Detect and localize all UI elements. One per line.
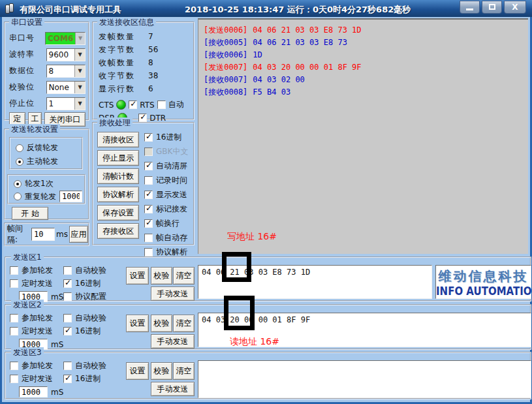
group-title: 串口设置 bbox=[9, 17, 44, 28]
protocol-parse-checkbox[interactable] bbox=[144, 248, 153, 256]
send-interval-input[interactable] bbox=[19, 386, 48, 397]
record-time-checkbox[interactable] bbox=[144, 176, 153, 185]
manual-send-button[interactable]: 手动发送 bbox=[151, 287, 195, 301]
chevron-down-icon[interactable]: ▼ bbox=[74, 98, 85, 110]
cb-label: GBK中文 bbox=[156, 146, 188, 157]
chevron-down-icon[interactable]: ▼ bbox=[75, 33, 85, 44]
chevron-down-icon[interactable]: ▼ bbox=[74, 82, 85, 93]
group-title: 发送区3 bbox=[11, 347, 44, 358]
feedback-poll-radio[interactable] bbox=[16, 144, 23, 152]
protocol-config-checkbox[interactable] bbox=[63, 292, 72, 301]
app-icon bbox=[5, 3, 15, 14]
hex-checkbox[interactable] bbox=[63, 279, 72, 288]
send-content-3[interactable] bbox=[198, 360, 531, 398]
clear-receive-button[interactable]: 清接收区 bbox=[97, 132, 139, 148]
maximize-button[interactable] bbox=[482, 1, 502, 14]
parity-row: 校验位 None ▼ bbox=[5, 79, 88, 95]
check-button[interactable]: 校验 bbox=[151, 315, 172, 332]
timed-send-checkbox[interactable] bbox=[10, 279, 18, 288]
group-title: 接收处理 bbox=[97, 117, 133, 129]
poll-repeat-label: 重复轮发 bbox=[25, 191, 56, 202]
timed-send-checkbox[interactable] bbox=[10, 327, 18, 335]
set-button[interactable]: 设置 bbox=[126, 315, 149, 332]
cb-label: 帧换行 bbox=[156, 218, 180, 229]
set-button[interactable]: 设置 bbox=[126, 267, 149, 285]
stop-display-button[interactable]: 停止显示 bbox=[97, 150, 139, 166]
manual-send-button[interactable]: 手动发送 bbox=[151, 382, 195, 396]
auto-label: 自动 bbox=[168, 99, 184, 110]
clear-frame-count-button[interactable]: 清帧计数 bbox=[97, 168, 139, 184]
rts-checkbox[interactable] bbox=[129, 101, 137, 109]
start-button[interactable]: 开 始 bbox=[12, 207, 48, 220]
auto-check-checkbox[interactable] bbox=[63, 362, 72, 370]
hex-checkbox[interactable] bbox=[63, 327, 72, 335]
show-send-checkbox[interactable] bbox=[144, 191, 153, 199]
minimize-icon bbox=[466, 8, 473, 10]
baud-row: 波特率 9600 ▼ bbox=[5, 46, 88, 63]
stat-row: 收字节数 38 bbox=[93, 69, 193, 82]
poll-count-box: 轮发1次 重复轮发 bbox=[7, 174, 86, 204]
stat-value: 6 bbox=[148, 84, 153, 93]
stopbits-label: 停止位 bbox=[9, 98, 46, 109]
manual-send-button[interactable]: 手动发送 bbox=[151, 334, 195, 349]
check-button[interactable]: 校验 bbox=[151, 267, 172, 285]
maximize-icon bbox=[489, 4, 495, 10]
join-poll-checkbox[interactable] bbox=[10, 266, 18, 275]
check-button[interactable]: 校验 bbox=[151, 362, 172, 380]
cb-label: 显示发送 bbox=[156, 189, 187, 200]
frame-autosave-checkbox[interactable] bbox=[144, 234, 153, 242]
rx-line: [接收0007]04 03 02 00 bbox=[204, 74, 528, 86]
frame-newline-checkbox[interactable] bbox=[144, 219, 153, 228]
auto-clear-checkbox[interactable] bbox=[144, 162, 153, 170]
clear-button[interactable]: 清空 bbox=[173, 362, 195, 380]
auto-check-checkbox[interactable] bbox=[63, 314, 72, 322]
interval-input[interactable] bbox=[31, 228, 55, 241]
apply-button[interactable]: 应用 bbox=[69, 226, 88, 243]
app-window: 有限公司串口调试专用工具 2018-10-25 18:13:47 运行：0天0时… bbox=[0, 0, 532, 404]
poll-repeat-radio[interactable] bbox=[14, 193, 22, 200]
timed-send-checkbox[interactable] bbox=[10, 375, 18, 383]
join-poll-checkbox[interactable] bbox=[10, 362, 18, 370]
protocol-parse-button[interactable]: 协议解析 bbox=[97, 187, 139, 202]
stat-value: 8 bbox=[148, 58, 153, 67]
chevron-down-icon[interactable]: ▼ bbox=[74, 49, 85, 61]
cts-label: CTS bbox=[99, 101, 114, 110]
port-select[interactable]: COM6 ▼ bbox=[45, 32, 86, 45]
vendor-logo: 维动信息科技 INFO AUTOMATION bbox=[435, 265, 531, 299]
active-poll-radio[interactable] bbox=[16, 158, 23, 166]
receive-display[interactable]: [发送0006]04 06 21 03 03 E8 73 1D [接收0005]… bbox=[198, 18, 528, 254]
join-poll-checkbox[interactable] bbox=[10, 314, 18, 322]
rx-line: [发送0007]04 03 20 00 00 01 8F 9F bbox=[204, 61, 528, 74]
rx-line: [接收0008]F5 B4 03 bbox=[204, 86, 528, 99]
hex-checkbox[interactable] bbox=[63, 375, 72, 383]
stat-row: 发帧数量 7 bbox=[93, 30, 193, 43]
auto-checkbox[interactable] bbox=[157, 101, 166, 109]
stopbits-row: 停止位 1 ▼ bbox=[5, 95, 88, 112]
repeat-count-input[interactable] bbox=[59, 191, 82, 202]
close-button[interactable]: X bbox=[504, 1, 526, 14]
databits-row: 数据位 8 ▼ bbox=[5, 63, 88, 79]
send-area-1: 发送区1 参加轮发 定时发送 mS 自动校验 16进制 协议配置 设置 校验 清… bbox=[5, 256, 531, 302]
cb-label: 标记接发 bbox=[156, 204, 187, 215]
save-receive-button[interactable]: 存接收区 bbox=[97, 223, 139, 239]
window-title: 有限公司串口调试专用工具 bbox=[20, 4, 121, 16]
set-button[interactable]: 设置 bbox=[126, 362, 149, 380]
feedback-poll-label: 反馈轮发 bbox=[27, 142, 58, 153]
parity-select[interactable]: None ▼ bbox=[46, 81, 86, 94]
minimize-button[interactable] bbox=[460, 1, 480, 14]
clear-button[interactable]: 清空 bbox=[173, 315, 195, 332]
baud-select[interactable]: 9600 ▼ bbox=[46, 48, 86, 61]
auto-check-checkbox[interactable] bbox=[63, 266, 72, 275]
databits-label: 数据位 bbox=[9, 65, 46, 76]
stopbits-select[interactable]: 1 ▼ bbox=[46, 97, 86, 110]
hex-checkbox[interactable] bbox=[144, 133, 153, 142]
chevron-down-icon[interactable]: ▼ bbox=[74, 65, 85, 77]
poll-once-radio[interactable] bbox=[14, 180, 22, 188]
mark-txrx-checkbox[interactable] bbox=[144, 205, 153, 213]
interval-label: 帧间隔: bbox=[7, 223, 30, 245]
databits-select[interactable]: 8 ▼ bbox=[46, 65, 86, 78]
dtr-checkbox[interactable] bbox=[138, 114, 147, 122]
save-settings-button[interactable]: 保存设置 bbox=[97, 205, 139, 221]
port-row: 串口号 COM6 ▼ bbox=[5, 30, 88, 46]
clear-button[interactable]: 清空 bbox=[173, 267, 195, 285]
